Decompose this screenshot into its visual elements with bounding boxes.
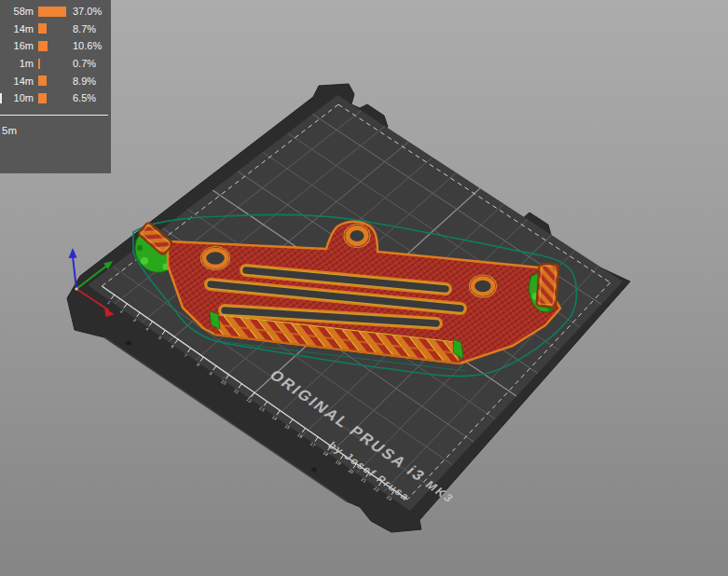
feature-percent-label: 10.6% [73,40,111,51]
feature-usage-bar [38,41,48,51]
feature-time-label: 10m [0,92,34,103]
feature-usage-bar [38,93,47,103]
support-material [141,257,148,265]
legend-row: 14m8.7% [0,21,111,38]
legend-rows: 58m37.0%14m8.7%16m10.6%1m0.7%14m8.9%10m6… [0,3,111,107]
feature-percent-label: 0.7% [73,58,111,69]
feature-time-label: 1m [0,58,34,69]
feature-percent-label: 37.0% [73,6,111,17]
part-hole [204,250,227,267]
legend-row: 58m37.0% [0,3,111,21]
bed-screw-hole [311,468,317,473]
part-pillar-right [536,263,558,307]
legend-panel: 58m37.0%14m8.7%16m10.6%1m0.7%14m8.9%10m6… [0,0,111,173]
feature-time-label: 16m [0,40,34,51]
feature-percent-label: 8.7% [73,23,111,34]
feature-time-label: 58m [0,6,34,17]
legend-divider [0,115,108,116]
part-hole [473,279,493,295]
part-tab-hole [348,228,366,244]
feature-usage-bar [38,23,47,34]
feature-percent-label: 6.5% [73,92,111,103]
slicer-preview-window: 1234567891011121314151617181920212223 OR… [0,0,728,576]
feature-usage-bar [38,7,66,17]
bed-screw-hole [126,341,131,346]
legend-row: 14m8.9% [0,72,111,89]
support-material [137,245,143,251]
legend-total-time: 5m [2,125,111,136]
feature-usage-bar [38,75,47,86]
legend-row: 1m0.7% [0,55,111,73]
origin-point [75,287,77,290]
feature-time-label: 14m [0,75,34,87]
feature-time-label: 14m [0,23,34,34]
clipped-swatch-mark [0,93,2,103]
feature-usage-bar [38,59,40,69]
feature-percent-label: 8.9% [73,75,111,87]
legend-row: 16m10.6% [0,37,111,55]
legend-row: 10m6.5% [0,89,111,107]
